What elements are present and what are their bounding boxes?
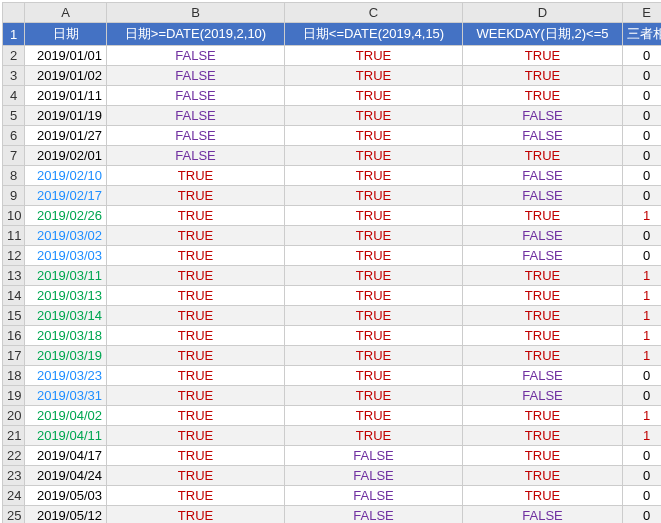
cell-product[interactable]: 0 (623, 146, 662, 166)
cell-bool[interactable]: TRUE (463, 326, 623, 346)
row-header[interactable]: 18 (3, 366, 25, 386)
cell-date[interactable]: 2019/03/14 (25, 306, 107, 326)
cell-product[interactable]: 1 (623, 266, 662, 286)
cell-product[interactable]: 0 (623, 86, 662, 106)
row-header[interactable]: 12 (3, 246, 25, 266)
cell-date[interactable]: 2019/04/11 (25, 426, 107, 446)
cell-date[interactable]: 2019/01/27 (25, 126, 107, 146)
cell-date[interactable]: 2019/04/02 (25, 406, 107, 426)
row-header[interactable]: 6 (3, 126, 25, 146)
cell-product[interactable]: 0 (623, 366, 662, 386)
cell-bool[interactable]: TRUE (107, 226, 285, 246)
row-header[interactable]: 5 (3, 106, 25, 126)
col-header-D[interactable]: D (463, 3, 623, 23)
cell-bool[interactable]: FALSE (463, 366, 623, 386)
cell-bool[interactable]: TRUE (285, 186, 463, 206)
cell-bool[interactable]: TRUE (463, 66, 623, 86)
cell-bool[interactable]: TRUE (285, 46, 463, 66)
cell-bool[interactable]: TRUE (107, 426, 285, 446)
cell-bool[interactable]: TRUE (463, 486, 623, 506)
row-header[interactable]: 11 (3, 226, 25, 246)
cell-product[interactable]: 0 (623, 506, 662, 524)
cell-product[interactable]: 0 (623, 446, 662, 466)
cell-bool[interactable]: TRUE (463, 466, 623, 486)
cell-bool[interactable]: TRUE (285, 386, 463, 406)
row-header[interactable]: 3 (3, 66, 25, 86)
cell-bool[interactable]: TRUE (285, 66, 463, 86)
cell-bool[interactable]: TRUE (285, 126, 463, 146)
cell-bool[interactable]: FALSE (463, 186, 623, 206)
cell-product[interactable]: 1 (623, 406, 662, 426)
cell-bool[interactable]: TRUE (107, 446, 285, 466)
cell-bool[interactable]: TRUE (285, 366, 463, 386)
cell-bool[interactable]: TRUE (107, 466, 285, 486)
cell-product[interactable]: 1 (623, 306, 662, 326)
header-cell[interactable]: 日期 (25, 23, 107, 46)
cell-date[interactable]: 2019/04/17 (25, 446, 107, 466)
cell-product[interactable]: 0 (623, 466, 662, 486)
cell-bool[interactable]: TRUE (107, 306, 285, 326)
cell-date[interactable]: 2019/03/11 (25, 266, 107, 286)
cell-bool[interactable]: TRUE (285, 146, 463, 166)
cell-bool[interactable]: TRUE (285, 306, 463, 326)
spreadsheet-grid[interactable]: A B C D E 1日期日期>=DATE(2019,2,10)日期<=DATE… (2, 2, 661, 523)
cell-date[interactable]: 2019/01/19 (25, 106, 107, 126)
cell-bool[interactable]: TRUE (463, 346, 623, 366)
cell-bool[interactable]: FALSE (463, 506, 623, 524)
cell-product[interactable]: 1 (623, 326, 662, 346)
row-header[interactable]: 14 (3, 286, 25, 306)
row-header[interactable]: 2 (3, 46, 25, 66)
cell-bool[interactable]: TRUE (463, 146, 623, 166)
cell-date[interactable]: 2019/03/23 (25, 366, 107, 386)
cell-bool[interactable]: TRUE (285, 86, 463, 106)
row-header[interactable]: 19 (3, 386, 25, 406)
row-header[interactable]: 17 (3, 346, 25, 366)
cell-bool[interactable]: TRUE (107, 486, 285, 506)
header-cell[interactable]: 日期>=DATE(2019,2,10) (107, 23, 285, 46)
row-header[interactable]: 20 (3, 406, 25, 426)
cell-date[interactable]: 2019/03/18 (25, 326, 107, 346)
cell-product[interactable]: 1 (623, 286, 662, 306)
cell-bool[interactable]: TRUE (463, 406, 623, 426)
col-header-A[interactable]: A (25, 3, 107, 23)
cell-product[interactable]: 1 (623, 426, 662, 446)
row-header[interactable]: 15 (3, 306, 25, 326)
cell-date[interactable]: 2019/05/03 (25, 486, 107, 506)
cell-bool[interactable]: TRUE (285, 166, 463, 186)
cell-date[interactable]: 2019/01/11 (25, 86, 107, 106)
row-header[interactable]: 21 (3, 426, 25, 446)
cell-bool[interactable]: TRUE (463, 286, 623, 306)
header-cell[interactable]: 日期<=DATE(2019,4,15) (285, 23, 463, 46)
cell-bool[interactable]: FALSE (285, 466, 463, 486)
cell-bool[interactable]: FALSE (463, 386, 623, 406)
col-header-E[interactable]: E (623, 3, 662, 23)
cell-date[interactable]: 2019/04/24 (25, 466, 107, 486)
cell-bool[interactable]: FALSE (107, 86, 285, 106)
cell-product[interactable]: 0 (623, 166, 662, 186)
cell-bool[interactable]: TRUE (107, 286, 285, 306)
row-header[interactable]: 1 (3, 23, 25, 46)
cell-bool[interactable]: TRUE (285, 206, 463, 226)
row-header[interactable]: 8 (3, 166, 25, 186)
col-header-C[interactable]: C (285, 3, 463, 23)
cell-bool[interactable]: TRUE (463, 306, 623, 326)
cell-date[interactable]: 2019/02/10 (25, 166, 107, 186)
cell-product[interactable]: 0 (623, 226, 662, 246)
cell-bool[interactable]: TRUE (285, 326, 463, 346)
corner-cell[interactable] (3, 3, 25, 23)
cell-date[interactable]: 2019/03/19 (25, 346, 107, 366)
col-header-B[interactable]: B (107, 3, 285, 23)
cell-bool[interactable]: FALSE (285, 506, 463, 524)
cell-bool[interactable]: TRUE (107, 266, 285, 286)
cell-date[interactable]: 2019/03/13 (25, 286, 107, 306)
cell-date[interactable]: 2019/02/17 (25, 186, 107, 206)
cell-date[interactable]: 2019/02/26 (25, 206, 107, 226)
cell-bool[interactable]: TRUE (107, 186, 285, 206)
cell-bool[interactable]: FALSE (285, 486, 463, 506)
cell-bool[interactable]: TRUE (463, 446, 623, 466)
cell-bool[interactable]: TRUE (107, 346, 285, 366)
row-header[interactable]: 22 (3, 446, 25, 466)
cell-bool[interactable]: TRUE (463, 206, 623, 226)
cell-bool[interactable]: FALSE (463, 106, 623, 126)
cell-bool[interactable]: TRUE (285, 346, 463, 366)
